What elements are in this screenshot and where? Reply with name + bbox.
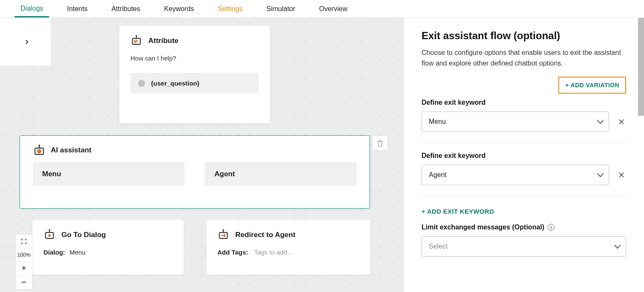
add-exit-keyword-button[interactable]: + ADD EXIT KEYWORD	[422, 208, 494, 215]
node-goto-title: Go To Dialog	[61, 231, 106, 239]
tab-attributes[interactable]: Attributes	[105, 1, 146, 17]
node-redirect-agent[interactable]: Redirect to Agent Add Tags: Tags to add.…	[206, 220, 370, 275]
chevron-down-icon	[614, 243, 619, 250]
trash-icon	[376, 139, 384, 147]
add-variation-button[interactable]: + ADD VARIATION	[558, 77, 626, 94]
exit-keyword-select-2[interactable]: Agent	[422, 165, 609, 185]
zoom-level: 100%	[16, 248, 32, 262]
ai-option-menu[interactable]: Menu	[33, 162, 185, 186]
zoom-in-button[interactable]: +	[16, 262, 32, 275]
close-icon	[618, 118, 625, 126]
top-tabs: Dialogs Intents Attributes Keywords Sett…	[0, 0, 644, 18]
close-icon	[618, 171, 625, 179]
node-redirect-title: Redirect to Agent	[235, 231, 295, 239]
limit-select[interactable]: Select	[422, 236, 626, 257]
zoom-controls: 100% + −	[15, 234, 32, 289]
limit-select-placeholder: Select	[429, 243, 448, 250]
scrollbar-thumb[interactable]	[638, 18, 644, 116]
node-attribute-variable-chip[interactable]: {user_question}	[130, 73, 259, 94]
tab-settings[interactable]: Settings	[212, 1, 248, 17]
node-goto-row: Dialog: Menu	[43, 249, 173, 256]
zoom-out-button[interactable]: −	[16, 275, 32, 289]
fit-view-button[interactable]	[16, 235, 32, 248]
remove-exit-keyword-1[interactable]	[617, 117, 626, 126]
node-ai-title: AI assistant	[51, 146, 91, 155]
node-goto-dialog[interactable]: Go To Dialog Dialog: Menu	[32, 220, 184, 275]
node-attribute-variable: {user_question}	[151, 80, 199, 87]
limit-label-text: Limit exchanged messages (Optional)	[422, 223, 544, 231]
bot-attribute-icon	[130, 35, 142, 47]
exit-keyword-value-1: Menu	[429, 118, 446, 126]
chevron-down-icon	[597, 171, 602, 179]
tab-keywords[interactable]: Keywords	[158, 1, 200, 17]
node-redirect-row: Add Tags: Tags to add...	[217, 249, 359, 256]
chevron-down-icon	[597, 118, 602, 126]
exit-keyword-select-1[interactable]: Menu	[422, 112, 609, 132]
variable-dot-icon	[138, 80, 145, 87]
chevron-right-double-icon: ››	[25, 36, 26, 47]
node-attribute-question: How can I help?	[130, 54, 259, 62]
info-icon[interactable]: i	[548, 224, 554, 231]
node-attribute[interactable]: Attribute How can I help? {user_question…	[119, 26, 270, 123]
node-ai-assistant[interactable]: AI assistant Menu Agent	[20, 135, 370, 209]
panel-title: Exit assistant flow (optional)	[422, 30, 626, 42]
svg-point-5	[38, 145, 40, 146]
remove-exit-keyword-2[interactable]	[617, 170, 626, 180]
svg-point-11	[49, 229, 50, 231]
bot-redirect-icon	[217, 229, 229, 241]
limit-label: Limit exchanged messages (Optional) i	[422, 223, 626, 231]
node-goto-label: Dialog:	[43, 249, 65, 256]
bot-ai-icon	[33, 144, 45, 156]
panel-description: Choose to configure options that enable …	[422, 48, 626, 69]
side-panel: Exit assistant flow (optional) Choose to…	[403, 18, 644, 292]
node-redirect-placeholder: Tags to add...	[254, 249, 292, 256]
exit-keyword-label-2: Define exit keyword	[422, 152, 626, 160]
ai-option-agent[interactable]: Agent	[205, 162, 357, 186]
exit-keyword-value-2: Agent	[429, 171, 447, 179]
node-attribute-title: Attribute	[148, 37, 179, 45]
expand-sidebar-button[interactable]: ››	[0, 18, 51, 66]
node-redirect-label: Add Tags:	[217, 249, 248, 256]
tab-dialogs[interactable]: Dialogs	[14, 0, 49, 17]
main-split: ›› Attribute How can I help? {user_quest…	[0, 18, 644, 292]
exit-keyword-label-1: Define exit keyword	[422, 99, 626, 106]
svg-point-16	[222, 229, 224, 231]
bot-goto-icon	[43, 229, 55, 241]
delete-node-button[interactable]	[373, 135, 388, 151]
canvas[interactable]: ›› Attribute How can I help? {user_quest…	[0, 18, 403, 292]
tab-intents[interactable]: Intents	[61, 1, 93, 17]
svg-point-2	[136, 35, 137, 37]
tab-simulator[interactable]: Simulator	[260, 1, 301, 17]
tab-overview[interactable]: Overview	[313, 1, 354, 17]
node-goto-value: Menu	[69, 249, 86, 256]
fit-icon	[20, 238, 27, 245]
